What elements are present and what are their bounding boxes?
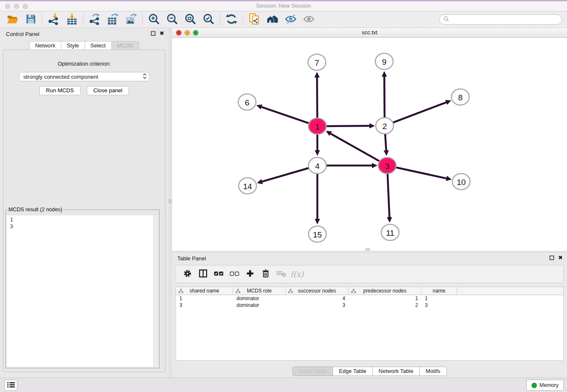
float-table-panel-icon[interactable]	[549, 255, 554, 260]
zoom-selected-button[interactable]	[199, 12, 217, 27]
save-session-button[interactable]	[22, 12, 40, 27]
column-header-successor-nodes[interactable]: successor nodes	[286, 287, 349, 295]
open-session-button[interactable]	[3, 12, 22, 27]
graph-edge-1-2[interactable]	[325, 123, 375, 128]
close-panel-icon[interactable]: ✖	[160, 30, 164, 36]
graph-edge-3-10[interactable]	[395, 167, 452, 181]
tab-style[interactable]: Style	[61, 41, 85, 50]
export-table-button[interactable]	[104, 12, 122, 27]
network-minimize-button[interactable]: −	[184, 30, 190, 36]
delete-columns-button[interactable]	[259, 268, 272, 281]
graph-node-3[interactable]: 3	[378, 157, 396, 174]
delete-table-button[interactable]	[275, 268, 288, 281]
deselect-all-columns-button[interactable]	[228, 268, 241, 281]
control-panel-tabs: NetworkStyleSelectMCDS	[0, 41, 168, 50]
import-table-button[interactable]	[63, 12, 81, 27]
graph-node-9[interactable]: 9	[375, 53, 393, 69]
optimization-criterion-label: Optimization criterion:	[3, 61, 165, 67]
mcds-result-text[interactable]: 13	[7, 215, 153, 367]
zoom-out-button[interactable]	[163, 12, 181, 27]
tab-motifs[interactable]: Motifs	[419, 367, 447, 376]
canvas-resize-handle[interactable]	[365, 248, 370, 251]
table-cell: 2	[349, 302, 421, 308]
graph-edge-3-1[interactable]	[326, 131, 380, 162]
open-folder-icon	[7, 13, 19, 26]
graph-edge-2-9[interactable]	[382, 71, 387, 118]
network-canvas[interactable]: 7968124314101511	[172, 38, 567, 251]
graph-edge-1-6[interactable]	[256, 105, 310, 124]
float-panel-icon[interactable]	[151, 31, 156, 36]
graph-edge-4-3[interactable]	[325, 163, 377, 168]
table-row[interactable]: 3dominator323	[176, 302, 563, 309]
memory-status-icon	[531, 383, 537, 388]
column-header-shared-name[interactable]: shared name	[176, 287, 233, 295]
column-header-name[interactable]: name	[421, 287, 457, 295]
zoom-selected-icon	[203, 13, 215, 26]
result-scrollbar[interactable]	[153, 215, 158, 367]
tab-select[interactable]: Select	[85, 41, 112, 50]
column-header-predecessor-nodes[interactable]: predecessor nodes	[349, 287, 421, 295]
tab-network[interactable]: Network	[29, 41, 61, 50]
export-image-button[interactable]	[122, 12, 140, 27]
graph-edge-1-7[interactable]	[314, 72, 319, 119]
table-row[interactable]: 1dominator411	[176, 295, 563, 302]
clone-network-button[interactable]	[245, 12, 263, 27]
statusbar: Memory	[0, 378, 567, 392]
graph-edge-3-11[interactable]	[387, 173, 392, 223]
gear-icon	[183, 269, 192, 279]
zoom-in-button[interactable]	[145, 12, 163, 27]
column-settings-button[interactable]	[181, 268, 194, 281]
task-history-button[interactable]	[4, 380, 17, 391]
graph-node-15[interactable]: 15	[308, 226, 326, 242]
optimization-criterion-select[interactable]: strongly connected component	[19, 72, 149, 81]
graph-edge-4-15[interactable]	[315, 173, 320, 224]
tab-edge-table[interactable]: Edge Table	[333, 367, 373, 376]
function-builder-button[interactable]: f(x)	[291, 268, 303, 281]
network-zoom-button[interactable]: +	[193, 30, 198, 36]
search-box[interactable]	[439, 14, 562, 25]
graph-edge-2-3[interactable]	[384, 133, 389, 156]
tree-icon	[351, 289, 356, 295]
graph-edge-4-14[interactable]	[257, 168, 310, 184]
select-all-columns-button[interactable]	[212, 268, 225, 281]
close-table-panel-icon[interactable]: ✖	[558, 255, 563, 260]
zoom-fit-button[interactable]	[181, 12, 199, 27]
graph-edge-2-8[interactable]	[392, 100, 451, 123]
graph-node-14[interactable]: 14	[239, 178, 256, 194]
graph-node-6[interactable]: 6	[238, 94, 256, 110]
graph-node-2[interactable]: 2	[376, 118, 394, 134]
run-mcds-button[interactable]: Run MCDS	[39, 86, 81, 95]
network-close-button[interactable]: ✕	[176, 30, 182, 36]
graph-node-11[interactable]: 11	[381, 224, 399, 240]
split-panel-button[interactable]	[197, 268, 209, 281]
refresh-button[interactable]	[222, 12, 240, 27]
divider-grip[interactable]	[169, 199, 171, 203]
tab-mcds[interactable]: MCDS	[111, 41, 139, 50]
tab-node-table[interactable]: Node Table	[292, 367, 333, 376]
add-column-button[interactable]	[244, 268, 256, 281]
home-neighborhood-button[interactable]	[263, 12, 281, 27]
search-input[interactable]	[451, 17, 558, 22]
import-network-button[interactable]	[44, 12, 63, 27]
graph-node-1[interactable]: 1	[308, 118, 326, 134]
memory-button[interactable]: Memory	[526, 380, 564, 391]
hide-graphics-button[interactable]	[281, 12, 300, 27]
panel-divider[interactable]	[168, 28, 172, 378]
graph-node-10[interactable]: 10	[452, 174, 470, 190]
export-network-button[interactable]	[85, 12, 104, 27]
houses-icon	[267, 13, 278, 26]
tab-network-table[interactable]: Network Table	[372, 367, 420, 376]
mcds-panel-body: Optimization criterion: strongly connect…	[3, 50, 165, 372]
graph-node-4[interactable]: 4	[308, 157, 326, 174]
graph-edge-1-4[interactable]	[315, 134, 320, 156]
delete-table-icon	[276, 269, 286, 279]
table-bottom-tabs: Node TableEdge TableNetwork TableMotifs	[172, 367, 567, 376]
show-graphics-button[interactable]	[300, 12, 318, 27]
column-header-MCDS-role[interactable]: MCDS role	[233, 287, 286, 295]
table-cell: 3	[421, 302, 457, 308]
header-filler	[457, 287, 563, 295]
table-body[interactable]: 1dominator4113dominator323	[176, 295, 563, 360]
graph-node-8[interactable]: 8	[451, 89, 469, 105]
close-panel-button[interactable]: Close panel	[87, 86, 129, 95]
graph-node-7[interactable]: 7	[308, 54, 326, 70]
